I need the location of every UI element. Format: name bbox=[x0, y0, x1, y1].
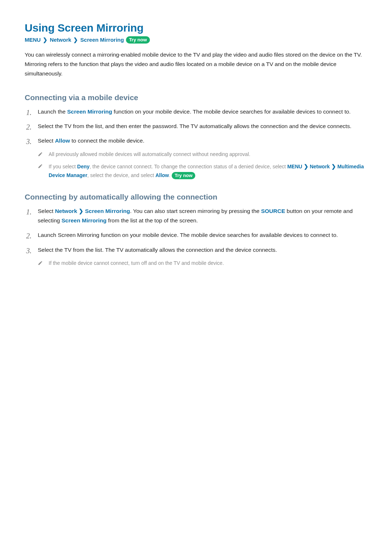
accent-deny: Deny bbox=[77, 164, 90, 169]
step-text: . You can also start screen mirroring by… bbox=[130, 208, 261, 214]
steps-list-2: Select Network ❯ Screen Mirroring. You c… bbox=[25, 206, 367, 267]
note-text: All previously allowed mobile devices wi… bbox=[49, 151, 250, 157]
chevron-right-icon: ❯ bbox=[304, 163, 309, 169]
chevron-right-icon: ❯ bbox=[73, 37, 78, 43]
pencil-icon bbox=[38, 163, 43, 168]
section-heading-auto: Connecting by automatically allowing the… bbox=[25, 193, 367, 201]
chevron-right-icon: ❯ bbox=[331, 163, 336, 169]
note-list: If the mobile device cannot connect, tur… bbox=[38, 259, 367, 267]
step-text: Launch Screen Mirroring function on your… bbox=[38, 232, 338, 238]
step-text: Select bbox=[38, 138, 55, 144]
accent-screen-mirroring: Screen Mirroring bbox=[85, 208, 130, 214]
accent-screen-mirroring: Screen Mirroring bbox=[61, 217, 106, 223]
accent-screen-mirroring: Screen Mirroring bbox=[67, 108, 112, 115]
breadcrumb-screen-mirroring: Screen Mirroring bbox=[80, 37, 124, 43]
list-item: Launch the Screen Mirroring function on … bbox=[25, 107, 367, 116]
accent-menu: MENU bbox=[287, 164, 302, 169]
document-page: Using Screen Mirroring MENU ❯ Network ❯ … bbox=[0, 0, 392, 302]
try-now-button[interactable]: Try now bbox=[172, 172, 195, 179]
note-text: If you select bbox=[49, 164, 77, 169]
list-item: Select Network ❯ Screen Mirroring. You c… bbox=[25, 206, 367, 226]
note-text: . bbox=[169, 172, 172, 178]
note-item: All previously allowed mobile devices wi… bbox=[38, 150, 367, 159]
note-list: All previously allowed mobile devices wi… bbox=[38, 150, 367, 180]
chevron-right-icon: ❯ bbox=[79, 208, 83, 214]
list-item: Select Allow to connect the mobile devic… bbox=[25, 136, 367, 179]
step-text: function on your mobile device. The mobi… bbox=[112, 108, 351, 115]
breadcrumb-menu: MENU bbox=[25, 37, 41, 43]
note-item: If the mobile device cannot connect, tur… bbox=[38, 259, 367, 267]
steps-list-1: Launch the Screen Mirroring function on … bbox=[25, 107, 367, 180]
note-text: If the mobile device cannot connect, tur… bbox=[49, 260, 224, 266]
note-text: , the device cannot connect. To change t… bbox=[90, 164, 287, 169]
step-text: Select bbox=[38, 208, 55, 214]
breadcrumb-network: Network bbox=[50, 37, 71, 43]
step-text: from the list at the top of the screen. bbox=[107, 217, 198, 223]
accent-allow: Allow bbox=[55, 138, 70, 144]
step-text: Select the TV from the list. The TV auto… bbox=[38, 247, 277, 253]
accent-source: SOURCE bbox=[261, 208, 285, 214]
accent-allow: Allow bbox=[155, 172, 169, 178]
list-item: Select the TV from the list, and then en… bbox=[25, 122, 367, 131]
section-heading-mobile: Connecting via a mobile device bbox=[25, 93, 367, 102]
note-text: , select the device, and select bbox=[87, 172, 156, 178]
step-text: Select the TV from the list, and then en… bbox=[38, 123, 351, 129]
note-item: If you select Deny, the device cannot co… bbox=[38, 162, 367, 180]
step-text: to connect the mobile device. bbox=[70, 138, 144, 144]
breadcrumb: MENU ❯ Network ❯ Screen Mirroring Try no… bbox=[25, 36, 367, 44]
pencil-icon bbox=[38, 260, 43, 265]
list-item: Select the TV from the list. The TV auto… bbox=[25, 245, 367, 267]
step-text: Launch the bbox=[38, 108, 67, 115]
accent-network: Network bbox=[310, 164, 330, 169]
list-item: Launch Screen Mirroring function on your… bbox=[25, 230, 367, 240]
accent-network: Network bbox=[55, 208, 77, 214]
try-now-button[interactable]: Try now bbox=[126, 36, 150, 44]
pencil-icon bbox=[38, 151, 43, 156]
intro-paragraph: You can wirelessly connect a mirroring-e… bbox=[25, 50, 367, 79]
page-title: Using Screen Mirroring bbox=[25, 22, 367, 34]
chevron-right-icon: ❯ bbox=[43, 37, 48, 43]
